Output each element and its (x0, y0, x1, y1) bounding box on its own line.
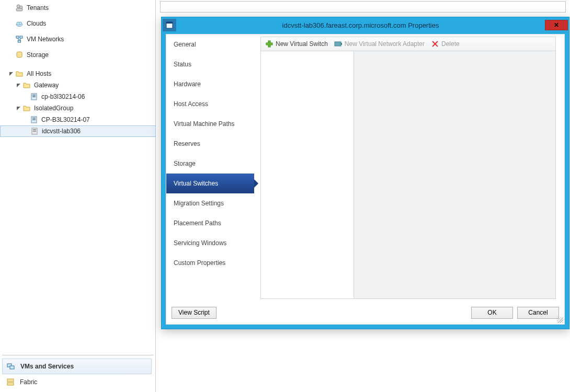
view-script-label: View Script (178, 309, 210, 316)
svg-rect-24 (7, 383, 14, 385)
sidenav-item-label: Servicing Windows (174, 239, 226, 247)
vswitch-list-area (260, 51, 556, 299)
svg-rect-7 (20, 36, 22, 38)
expander-icon[interactable] (8, 71, 14, 77)
server-gray-icon (30, 127, 39, 135)
dialog-title: idcvstt-lab306.fareast.corp.microsoft.co… (176, 21, 545, 29)
expander-icon[interactable] (16, 106, 21, 111)
svg-rect-13 (32, 95, 36, 96)
nav-tree: TenantsCloudsVM NetworksStorageAll Hosts… (0, 0, 156, 346)
tree-item-tenants[interactable]: Tenants (0, 2, 156, 14)
sidenav-item-reserves[interactable]: Reserves (166, 134, 254, 154)
sidenav-item-placement-paths[interactable]: Placement Paths (166, 213, 254, 233)
tree-item-label: All Hosts (27, 70, 51, 77)
svg-rect-8 (18, 40, 21, 42)
tree-item-label: Storage (27, 51, 49, 59)
nav-bottom-group: VMs and ServicesFabric (2, 355, 154, 390)
cancel-label: Cancel (528, 309, 548, 316)
nic-icon (334, 40, 343, 48)
tree-item-label: idcvstt-lab306 (42, 128, 81, 135)
sidenav-item-storage[interactable]: Storage (166, 154, 254, 174)
sidenav-item-label: Placement Paths (174, 220, 221, 227)
sidenav-item-general[interactable]: General (166, 34, 254, 54)
new-virtual-switch-label: New Virtual Switch (276, 40, 328, 48)
svg-rect-19 (33, 129, 36, 130)
sidenav-item-servicing-windows[interactable]: Servicing Windows (166, 233, 254, 253)
dialog-footer: View Script OK Cancel (166, 301, 564, 324)
delete-button[interactable]: Delete (429, 38, 462, 50)
svg-rect-28 (266, 43, 272, 45)
delete-label: Delete (441, 40, 460, 48)
left-nav-panel: TenantsCloudsVM NetworksStorageAll Hosts… (0, 0, 156, 392)
svg-rect-29 (335, 42, 341, 46)
nav-button-vms-and-services[interactable]: VMs and Services (2, 359, 152, 374)
dialog-close-button[interactable]: ✕ (545, 20, 568, 30)
svg-line-10 (19, 38, 21, 40)
tree-item-vm-networks[interactable]: VM Networks (0, 33, 156, 45)
tree-item-label: Gateway (34, 82, 59, 89)
properties-dialog: idcvstt-lab306.fareast.corp.microsoft.co… (161, 17, 569, 329)
svg-point-5 (19, 22, 22, 25)
sidenav-item-hardware[interactable]: Hardware (166, 74, 254, 94)
sidenav-item-label: Virtual Switches (174, 180, 218, 187)
sidenav-item-host-access[interactable]: Host Access (166, 94, 254, 114)
server-icon (30, 93, 38, 101)
server-icon (30, 116, 38, 124)
view-script-button[interactable]: View Script (172, 307, 216, 319)
sidenav-item-label: Custom Properties (174, 259, 225, 267)
sidenav-item-label: Storage (174, 160, 196, 167)
sidenav-item-label: Virtual Machine Paths (174, 120, 235, 128)
sidenav-item-label: Migration Settings (174, 200, 224, 207)
sidenav-item-custom-properties[interactable]: Custom Properties (166, 253, 254, 273)
sidenav-item-status[interactable]: Status (166, 54, 254, 74)
sidenav-item-migration-settings[interactable]: Migration Settings (166, 193, 254, 213)
new-virtual-network-adapter-label: New Virtual Network Adapter (345, 40, 425, 48)
new-virtual-switch-button[interactable]: New Virtual Switch (263, 38, 330, 50)
tree-item-all-hosts[interactable]: All Hosts (0, 68, 156, 79)
sidenav-item-label: Reserves (174, 140, 200, 147)
tree-item-clouds[interactable]: Clouds (0, 18, 156, 29)
new-virtual-network-adapter-button[interactable]: New Virtual Network Adapter (332, 38, 427, 50)
sidenav-item-virtual-switches[interactable]: Virtual Switches (166, 174, 254, 193)
cloud-icon (15, 19, 24, 28)
svg-rect-20 (33, 131, 36, 132)
tree-item-storage[interactable]: Storage (0, 49, 156, 61)
main-filter-bar[interactable] (160, 1, 566, 13)
resize-grip[interactable] (557, 317, 563, 323)
tree-item-cp-b3l30214-07[interactable]: CP-B3L30214-07 (0, 114, 156, 125)
svg-rect-14 (32, 96, 36, 97)
storage-icon (15, 51, 24, 59)
svg-rect-22 (10, 366, 14, 369)
tree-item-cp-b3l30214-06[interactable]: cp-b3l30214-06 (0, 91, 156, 102)
cancel-button[interactable]: Cancel (517, 307, 559, 319)
dialog-titlebar[interactable]: idcvstt-lab306.fareast.corp.microsoft.co… (162, 17, 569, 33)
dialog-titlebar-icon (163, 19, 176, 31)
svg-rect-6 (16, 36, 19, 38)
vswitch-list[interactable] (261, 51, 354, 298)
sidenav-item-label: Status (174, 61, 191, 68)
ok-button[interactable]: OK (471, 307, 513, 319)
nav-button-label: Fabric (20, 378, 37, 386)
dialog-sidenav: GeneralStatusHardwareHost AccessVirtual … (166, 34, 254, 301)
tree-item-isolatedgroup[interactable]: IsolatedGroup (0, 102, 156, 114)
plus-icon (265, 40, 273, 48)
nav-button-fabric[interactable]: Fabric (2, 374, 152, 390)
svg-rect-26 (166, 22, 173, 24)
folder-icon (15, 70, 24, 78)
sidenav-item-label: General (174, 41, 196, 48)
svg-rect-23 (7, 379, 14, 382)
sidenav-item-label: Host Access (174, 100, 208, 108)
tree-item-gateway[interactable]: Gateway (0, 79, 156, 91)
nav-divider (2, 355, 154, 355)
svg-rect-2 (16, 8, 22, 11)
folder-icon (22, 104, 31, 112)
expander-icon[interactable] (16, 83, 21, 88)
tenants-icon (15, 4, 24, 12)
tree-item-idcvstt-lab306[interactable]: idcvstt-lab306 (0, 125, 156, 137)
ok-label: OK (487, 309, 496, 316)
sidenav-item-virtual-machine-paths[interactable]: Virtual Machine Paths (166, 114, 254, 134)
vswitch-toolbar: New Virtual Switch New Virtual Network A… (260, 37, 556, 51)
nav-button-label: VMs and Services (20, 363, 74, 370)
dialog-body: GeneralStatusHardwareHost AccessVirtual … (166, 34, 565, 325)
tree-item-label: CP-B3L30214-07 (41, 116, 90, 123)
